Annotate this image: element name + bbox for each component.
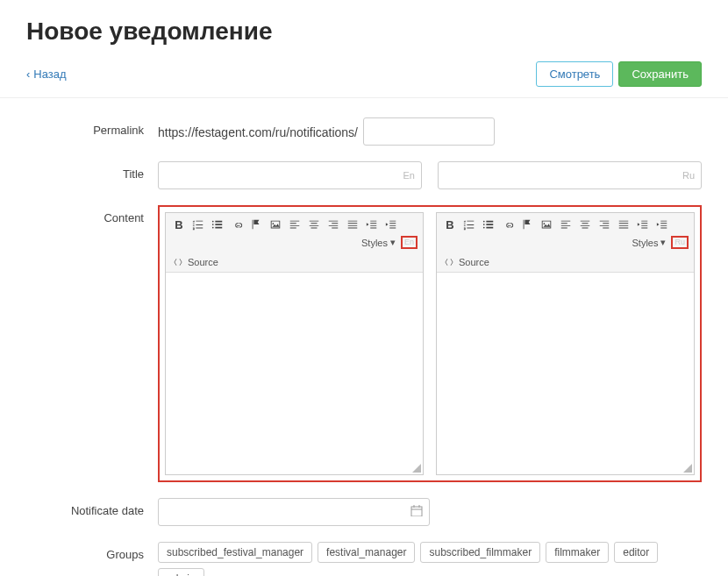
group-chip[interactable]: subscribed_filmmaker: [420, 542, 540, 563]
styles-dropdown[interactable]: Styles ▾ Ru: [632, 236, 689, 249]
content-textarea-en[interactable]: [166, 273, 423, 474]
group-chip[interactable]: editor: [614, 542, 658, 563]
content-label: Content: [26, 205, 158, 224]
content-textarea-ru[interactable]: [437, 273, 694, 474]
editor-toolbar-ru: B Styles ▾ Ru: [437, 213, 694, 273]
title-ru-wrap: Ru: [438, 161, 702, 189]
separator: [0, 97, 728, 98]
notificate-date-label: Notificate date: [26, 498, 158, 517]
source-button[interactable]: Source: [437, 252, 694, 272]
content-highlight-box: B Styles ▾ En: [158, 205, 702, 482]
align-justify-icon[interactable]: [616, 217, 632, 232]
numbered-list-icon[interactable]: [190, 217, 206, 232]
flag-icon[interactable]: [248, 217, 264, 232]
numbered-list-icon[interactable]: [461, 217, 477, 232]
title-ru-input[interactable]: [438, 161, 702, 189]
align-center-icon[interactable]: [577, 217, 593, 232]
align-left-icon[interactable]: [558, 217, 574, 232]
group-chip[interactable]: admin: [158, 568, 204, 576]
lang-box-ru: Ru: [671, 236, 689, 249]
permalink-row: Permalink https://festagent.com/ru/notif…: [26, 117, 702, 146]
notificate-date-wrap: [158, 498, 430, 526]
title-row: Title En Ru: [26, 161, 702, 189]
content-editor-ru: B Styles ▾ Ru: [436, 212, 695, 475]
lang-ru-tag: Ru: [682, 170, 695, 181]
bold-icon[interactable]: B: [171, 217, 187, 232]
permalink-input[interactable]: [363, 117, 495, 146]
view-button[interactable]: Смотреть: [536, 61, 613, 87]
align-right-icon[interactable]: [596, 217, 612, 232]
content-row: Content B Styles: [26, 205, 702, 482]
bold-icon[interactable]: B: [442, 217, 458, 232]
top-actions-bar: ‹ Назад Смотреть Сохранить: [26, 61, 702, 87]
groups-row: Groups subscribed_festival_manager festi…: [26, 542, 702, 576]
outdent-icon[interactable]: [635, 217, 651, 232]
styles-dropdown[interactable]: Styles ▾ En: [361, 236, 418, 249]
title-en-wrap: En: [158, 161, 422, 189]
indent-icon[interactable]: [383, 217, 399, 232]
notificate-date-input[interactable]: [158, 498, 430, 526]
align-left-icon[interactable]: [287, 217, 303, 232]
align-center-icon[interactable]: [306, 217, 322, 232]
page-title: Новое уведомление: [26, 18, 702, 46]
back-label: Назад: [33, 68, 66, 81]
indent-icon[interactable]: [654, 217, 670, 232]
permalink-label: Permalink: [26, 117, 158, 137]
groups-chips: subscribed_festival_manager festival_man…: [158, 542, 702, 576]
image-icon[interactable]: [268, 217, 283, 232]
title-label: Title: [26, 161, 158, 181]
chevron-down-icon: ▾: [660, 237, 666, 248]
link-icon[interactable]: [500, 217, 516, 232]
bullet-list-icon[interactable]: [210, 217, 225, 232]
groups-label: Groups: [26, 542, 158, 561]
align-right-icon[interactable]: [325, 217, 341, 232]
top-button-group: Смотреть Сохранить: [536, 61, 702, 87]
group-chip[interactable]: festival_manager: [318, 542, 415, 563]
group-chip[interactable]: filmmaker: [546, 542, 609, 563]
save-button[interactable]: Сохранить: [618, 61, 702, 87]
chevron-down-icon: ▾: [390, 237, 396, 248]
source-icon: [173, 257, 183, 267]
back-link[interactable]: ‹ Назад: [26, 68, 67, 81]
calendar-icon[interactable]: [410, 504, 423, 520]
resize-handle-icon[interactable]: [683, 464, 692, 473]
chevron-left-icon: ‹: [26, 68, 30, 81]
source-icon: [444, 257, 454, 267]
editor-toolbar-en: B Styles ▾ En: [166, 213, 423, 273]
link-icon[interactable]: [229, 217, 245, 232]
outdent-icon[interactable]: [364, 217, 380, 232]
bullet-list-icon[interactable]: [481, 217, 496, 232]
flag-icon[interactable]: [519, 217, 535, 232]
source-button[interactable]: Source: [166, 252, 423, 272]
content-editor-en: B Styles ▾ En: [165, 212, 424, 475]
group-chip[interactable]: subscribed_festival_manager: [158, 542, 312, 563]
image-icon[interactable]: [539, 217, 554, 232]
resize-handle-icon[interactable]: [412, 464, 421, 473]
permalink-prefix: https://festagent.com/ru/notifications/: [158, 124, 358, 139]
lang-en-tag: En: [403, 170, 415, 181]
notificate-date-row: Notificate date: [26, 498, 702, 526]
lang-box-en: En: [401, 236, 418, 249]
title-en-input[interactable]: [158, 161, 422, 189]
align-justify-icon[interactable]: [345, 217, 360, 232]
